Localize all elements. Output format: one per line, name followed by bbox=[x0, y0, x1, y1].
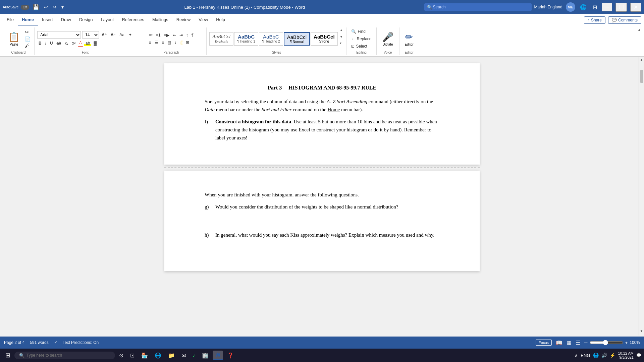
taskbar-store[interactable]: 🏪 bbox=[139, 351, 151, 360]
clock[interactable]: 10:12 AM 9/3/2021 bbox=[618, 351, 634, 359]
dictate-button[interactable]: 🎤 Dictate bbox=[379, 31, 396, 47]
copy-button[interactable]: 📄 bbox=[24, 36, 32, 42]
tab-file[interactable]: File bbox=[3, 14, 18, 25]
title-search-input[interactable] bbox=[424, 3, 532, 11]
clear-format-btn[interactable]: ✦ bbox=[127, 32, 133, 38]
customize-btn[interactable]: ▾ bbox=[60, 4, 65, 10]
share-button[interactable]: ↑ Share bbox=[584, 16, 605, 24]
styles-scroll-up[interactable]: ▲ bbox=[339, 27, 344, 33]
close-button[interactable]: ✕ bbox=[630, 3, 641, 12]
taskbar-task-view[interactable]: ⊡ bbox=[127, 351, 137, 360]
select-button[interactable]: ⊡ Select bbox=[349, 43, 373, 49]
font-name-select[interactable]: Arial bbox=[37, 31, 81, 39]
subscript-btn[interactable]: x₂ bbox=[63, 40, 70, 46]
borders-btn[interactable]: ⊞ bbox=[184, 40, 191, 46]
decrease-indent-btn[interactable]: ⇤ bbox=[171, 32, 177, 38]
layout-btn[interactable]: ⊞ bbox=[591, 3, 598, 11]
strikethrough-btn[interactable]: ab bbox=[55, 40, 62, 46]
align-right-btn[interactable]: ≡ bbox=[160, 40, 165, 46]
zoom-in-btn[interactable]: + bbox=[625, 340, 628, 345]
underline-button[interactable]: U bbox=[49, 40, 54, 46]
tab-draw[interactable]: Draw bbox=[57, 14, 75, 25]
undo-button[interactable]: ↩ bbox=[43, 4, 49, 10]
tab-design[interactable]: Design bbox=[75, 14, 97, 25]
home-link[interactable]: Home bbox=[328, 107, 340, 112]
replace-button[interactable]: ↔ Replace bbox=[349, 36, 373, 42]
number-list-btn[interactable]: ≡1 bbox=[155, 32, 162, 38]
redo-button[interactable]: ↪ bbox=[51, 4, 58, 10]
text-highlight-btn[interactable]: ab bbox=[84, 40, 91, 46]
tab-help[interactable]: Help bbox=[212, 14, 229, 25]
styles-scroll-down[interactable]: ▼ bbox=[339, 34, 344, 39]
language-bar[interactable]: ENG bbox=[581, 353, 590, 358]
focus-button[interactable]: Focus bbox=[536, 340, 552, 346]
start-button[interactable]: ⊞ bbox=[3, 350, 13, 360]
increase-indent-btn[interactable]: ⇥ bbox=[178, 32, 184, 38]
align-center-btn[interactable]: ☰ bbox=[153, 40, 160, 46]
style-heading2[interactable]: AaBbC ¶ Heading 2 bbox=[259, 32, 283, 46]
globe-btn[interactable]: 🌐 bbox=[579, 3, 588, 11]
web-layout-btn[interactable]: ☰ bbox=[576, 340, 580, 346]
save-button[interactable]: 💾 bbox=[31, 3, 41, 11]
superscript-btn[interactable]: x² bbox=[71, 40, 77, 46]
maximize-button[interactable]: ❐ bbox=[615, 3, 627, 12]
bullet-list-btn[interactable]: ≡• bbox=[148, 32, 154, 38]
styles-expand[interactable]: ▾ bbox=[339, 41, 344, 46]
paste-button[interactable]: 📋 Paste bbox=[5, 30, 22, 48]
shading-btn[interactable]: ▓ bbox=[92, 40, 98, 46]
scroll-thumb[interactable] bbox=[640, 70, 643, 83]
speaker-icon[interactable]: 🔊 bbox=[601, 353, 607, 358]
line-spacing-btn[interactable]: ↕ bbox=[173, 40, 178, 46]
zoom-out-btn[interactable]: ─ bbox=[584, 340, 587, 345]
font-color-btn[interactable]: A bbox=[78, 40, 83, 47]
tab-view[interactable]: View bbox=[195, 14, 212, 25]
comments-button[interactable]: 💬 Comments bbox=[608, 16, 641, 24]
print-layout-btn[interactable]: ▦ bbox=[567, 340, 572, 346]
style-normal[interactable]: AaBbCcl ¶ Normal bbox=[284, 32, 310, 46]
taskbar-edge[interactable]: 🌐 bbox=[152, 351, 164, 360]
read-mode-btn[interactable]: 📖 bbox=[556, 340, 562, 346]
font-grow-btn[interactable]: A⁺ bbox=[100, 32, 108, 38]
style-strong[interactable]: AaBbCcl Strong bbox=[311, 32, 338, 46]
tab-home[interactable]: Home bbox=[18, 14, 38, 25]
minimize-button[interactable]: ─ bbox=[602, 3, 612, 11]
ribbon-collapse-btn[interactable]: ▲ bbox=[637, 27, 641, 32]
font-size-select[interactable]: 14 bbox=[82, 31, 99, 39]
taskbar-word[interactable]: W bbox=[213, 351, 223, 360]
scroll-up-btn[interactable]: ▲ bbox=[639, 57, 644, 63]
multilevel-list-btn[interactable]: ≡▶ bbox=[163, 32, 171, 38]
bold-button[interactable]: B bbox=[37, 40, 43, 46]
tab-layout[interactable]: Layout bbox=[97, 14, 118, 25]
cut-button[interactable]: ✂ bbox=[24, 29, 32, 35]
scroll-down-btn[interactable]: ▼ bbox=[639, 328, 644, 334]
change-case-btn[interactable]: Aa bbox=[118, 32, 126, 38]
network-icon[interactable]: 🌐 bbox=[593, 353, 599, 358]
show-hidden-icons[interactable]: ∧ bbox=[575, 353, 578, 358]
format-painter-button[interactable]: 🖌 bbox=[24, 43, 32, 49]
taskbar-help[interactable]: ❓ bbox=[224, 351, 236, 360]
find-button[interactable]: 🔍 Find bbox=[349, 28, 373, 35]
notification-btn[interactable]: 💬 bbox=[636, 353, 641, 358]
taskbar-teams[interactable]: 🏢 bbox=[199, 351, 211, 360]
taskbar-cortana[interactable]: ⊙ bbox=[116, 351, 126, 360]
battery-icon[interactable]: ⚡ bbox=[610, 353, 615, 358]
style-emphasis[interactable]: AaBbCcl Emphasis bbox=[209, 32, 233, 46]
tab-insert[interactable]: Insert bbox=[38, 14, 57, 25]
show-formatting-btn[interactable]: ¶ bbox=[190, 32, 195, 38]
taskbar-search-input[interactable] bbox=[26, 353, 107, 358]
font-shrink-btn[interactable]: A⁻ bbox=[109, 32, 117, 38]
shading-para-btn[interactable]: ░ bbox=[178, 40, 184, 46]
zoom-slider[interactable] bbox=[590, 340, 623, 345]
editor-button[interactable]: ✏ Editor bbox=[402, 31, 416, 47]
taskbar-mail[interactable]: ✉ bbox=[179, 351, 189, 360]
tab-references[interactable]: References bbox=[118, 14, 148, 25]
taskbar-explorer[interactable]: 📁 bbox=[165, 351, 177, 360]
tab-review[interactable]: Review bbox=[172, 14, 195, 25]
align-left-btn[interactable]: ≡ bbox=[148, 40, 153, 46]
autosave-toggle[interactable]: Off bbox=[21, 5, 29, 10]
italic-button[interactable]: I bbox=[44, 40, 48, 46]
justify-btn[interactable]: ▤ bbox=[166, 40, 172, 46]
tab-mailings[interactable]: Mailings bbox=[148, 14, 172, 25]
taskbar-spotify[interactable]: ♪ bbox=[190, 351, 198, 360]
style-heading1[interactable]: AaBbC ¶ Heading 1 bbox=[234, 32, 258, 46]
